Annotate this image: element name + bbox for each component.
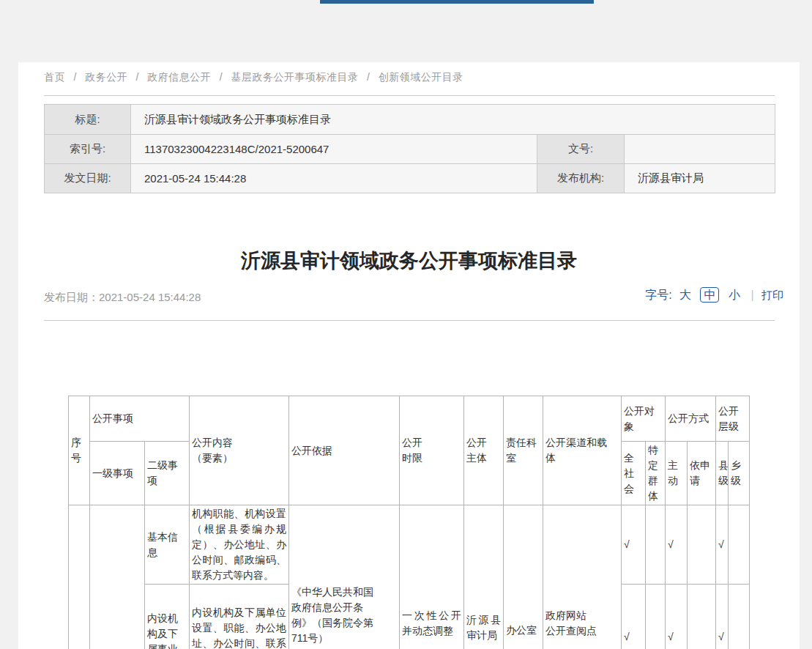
breadcrumb-separator: / <box>220 71 223 83</box>
breadcrumb-separator: / <box>73 71 76 83</box>
divider <box>44 95 775 96</box>
header-time-limit: 公开 时限 <box>400 396 464 505</box>
check-proactive: √ <box>666 505 688 585</box>
font-size-controls: 字号: 大 中 小 | 打印 <box>645 288 783 303</box>
header-target-specific: 特 定 群 体 <box>646 442 666 505</box>
print-button[interactable]: 打印 <box>761 289 783 301</box>
cell-basis: 《中华人民共和国 政府信息公开条 例》（国务院令第 711号） <box>289 505 400 649</box>
page-title: 沂源县审计领域政务公开事项标准目录 <box>18 248 800 274</box>
controls-divider: | <box>750 289 753 301</box>
cell-channel: 政府网站 公开查阅点 <box>543 505 622 649</box>
check-proactive: √ <box>666 585 688 649</box>
font-size-label: 字号: <box>645 289 671 301</box>
cell-subject: 沂源县审计局 <box>464 505 504 649</box>
breadcrumb-zhengwugongkai[interactable]: 政务公开 <box>85 71 127 83</box>
breadcrumb-home[interactable]: 首页 <box>44 71 65 83</box>
cell-level2: 内设机 构及下 属事业 单位信 息 <box>145 585 190 649</box>
check-on-request <box>688 585 716 649</box>
meta-index-label: 索引号: <box>45 135 131 164</box>
font-size-medium-button[interactable]: 中 <box>700 287 719 303</box>
divider <box>44 320 775 321</box>
header-level2: 二级事 项 <box>145 442 190 505</box>
check-county: √ <box>716 585 729 649</box>
check-township <box>729 505 750 585</box>
header-level-county: 县 级 <box>716 442 729 505</box>
header-method-group: 公开方式 <box>666 396 716 442</box>
header-item-group: 公开事项 <box>90 396 190 442</box>
meta-title-value: 沂源县审计领域政务公开事项标准目录 <box>131 105 775 135</box>
font-size-small-button[interactable]: 小 <box>729 289 740 301</box>
cell-level2: 基本信 息 <box>145 505 190 585</box>
check-on-request <box>688 505 716 585</box>
disclosure-catalog-table: 序 号 公开事项 公开内容 （要素） 公开依据 公开 时限 公开 主体 责任科 … <box>68 396 750 649</box>
cell-time-limit: 一次性公开并动态调整 <box>400 505 464 649</box>
meta-date-value: 2021-05-24 15:44:28 <box>131 164 537 193</box>
breadcrumb-separator: / <box>367 71 370 83</box>
meta-title-label: 标题: <box>45 105 131 135</box>
cell-content: 机构职能、机构设置（根据县委编办规定）、办公地址、办公时间、邮政编码、联系方式等… <box>190 505 289 585</box>
publish-date-value: 2021-05-24 15:44:28 <box>99 291 201 303</box>
cell-level1 <box>90 505 145 649</box>
content-panel: 首页 / 政务公开 / 政府信息公开 / 基层政务公开事项标准目录 / 创新领域… <box>18 62 800 649</box>
header-method-request: 依申 请 <box>688 442 716 505</box>
header-target-group: 公开对 象 <box>622 396 666 442</box>
header-level-group: 公开 层级 <box>716 396 750 442</box>
cell-content: 内设机构及下属单位设置、职能、办公地址、办公时间、联系方式、负责人姓名等信息。 <box>190 585 289 649</box>
header-level1: 一级事项 <box>90 442 145 505</box>
header-level-township: 乡 级 <box>729 442 750 505</box>
meta-index-value: 11370323004223148C/2021-5200647 <box>131 135 537 164</box>
header-department: 责任科 室 <box>504 396 543 505</box>
cell-serial <box>69 505 90 649</box>
publish-date-label: 发布日期： <box>44 291 99 303</box>
check-specific-group <box>646 505 666 585</box>
breadcrumb-current-page[interactable]: 创新领域公开目录 <box>379 71 463 83</box>
breadcrumb-separator: / <box>136 71 139 83</box>
font-size-large-button[interactable]: 大 <box>679 289 691 301</box>
breadcrumb-standard-catalog[interactable]: 基层政务公开事项标准目录 <box>231 71 359 83</box>
check-all-society: √ <box>622 585 646 649</box>
top-nav-bar <box>320 0 594 4</box>
header-target-all: 全社 会 <box>622 442 646 505</box>
check-county: √ <box>716 505 729 585</box>
check-township <box>729 585 750 649</box>
check-specific-group <box>646 585 666 649</box>
meta-date-label: 发文日期: <box>45 164 131 193</box>
header-basis: 公开依据 <box>289 396 400 505</box>
header-method-proactive: 主 动 <box>666 442 688 505</box>
check-all-society: √ <box>622 505 646 585</box>
header-serial: 序 号 <box>69 396 90 505</box>
meta-docno-value <box>625 135 775 164</box>
breadcrumb: 首页 / 政务公开 / 政府信息公开 / 基层政务公开事项标准目录 / 创新领域… <box>44 71 463 84</box>
header-content: 公开内容 （要素） <box>190 396 289 505</box>
header-subject: 公开 主体 <box>464 396 504 505</box>
publish-date: 发布日期：2021-05-24 15:44:28 <box>44 291 201 305</box>
breadcrumb-govinfo[interactable]: 政府信息公开 <box>147 71 211 83</box>
meta-agency-value: 沂源县审计局 <box>625 164 775 193</box>
document-meta-table: 标题: 沂源县审计领域政务公开事项标准目录 索引号: 1137032300422… <box>44 104 775 193</box>
meta-docno-label: 文号: <box>537 135 625 164</box>
cell-department: 办公室 <box>504 505 543 649</box>
header-channel: 公开渠道和载 体 <box>543 396 622 505</box>
meta-agency-label: 发布机构: <box>537 164 625 193</box>
